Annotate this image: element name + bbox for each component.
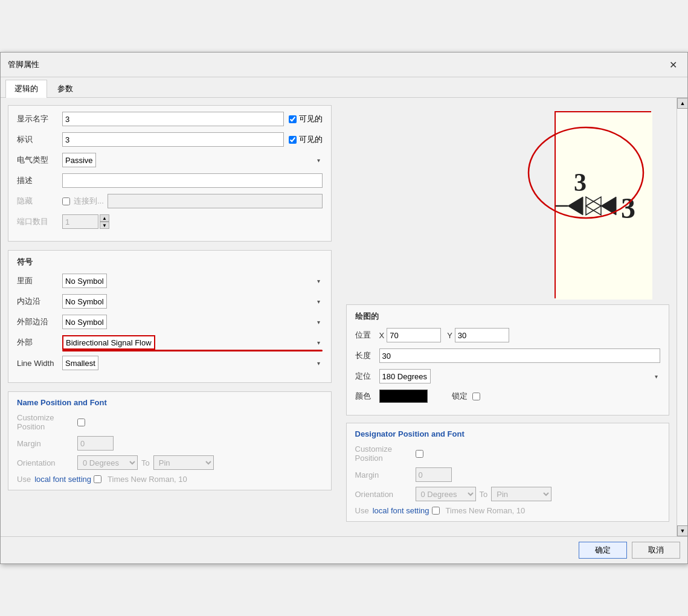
scroll-track[interactable] (677, 109, 687, 525)
outside-label: 外部 (17, 337, 62, 348)
outer-edge-arrow: ▾ (317, 319, 320, 326)
svg-text:3: 3 (574, 168, 587, 196)
preview-svg: 3 3 (556, 112, 652, 300)
electrical-type-arrow: ▾ (317, 157, 320, 164)
left-panel: 显示名字 可见的 标识 可见的 (1, 98, 339, 536)
des-use-local-row: Use local font setting Times New Roman, … (355, 506, 661, 515)
tab-parameters[interactable]: 参数 (48, 80, 82, 97)
drawing-section-title: 绘图的 (355, 311, 661, 322)
connect-label: 连接到... (74, 196, 104, 207)
description-input[interactable] (62, 173, 323, 188)
dialog-footer: 确定 取消 (1, 536, 687, 563)
orientation-select[interactable]: 180 Degrees 0 Degrees 90 Degrees 270 Deg… (379, 369, 431, 383)
orientation-arrow: ▾ (655, 373, 658, 380)
name-use-local-row: Use local font setting Times New Roman, … (17, 475, 323, 484)
tab-bar: 逻辑的 参数 (1, 77, 687, 98)
designator-position-section: Designator Position and Font Customize P… (346, 423, 670, 522)
description-label: 描述 (17, 175, 62, 186)
orientation-label: 定位 (355, 371, 379, 382)
inside-label: 里面 (17, 275, 62, 286)
symbol-section: 符号 里面 No Symbol Dot ▾ 内边沿 (8, 250, 332, 383)
inner-edge-label: 内边沿 (17, 296, 62, 307)
display-name-visible-checkbox[interactable] (289, 115, 297, 123)
dialog-title: 管脚属性 (8, 59, 39, 70)
outer-edge-label: 外部边沿 (17, 316, 62, 327)
id-visible-label: 可见的 (299, 134, 323, 145)
dialog-window: 管脚属性 ✕ 逻辑的 参数 显示名字 可见的 (0, 52, 688, 564)
name-to-label: To (141, 458, 150, 467)
lock-checkbox[interactable] (472, 393, 480, 400)
connect-input (108, 194, 323, 208)
name-orientation-label: Orientation (17, 458, 77, 467)
inner-edge-select[interactable]: No Symbol Dot (62, 294, 107, 309)
name-position-section: Name Position and Font Customize Positio… (8, 391, 332, 490)
name-local-font-link[interactable]: local font setting (34, 475, 91, 484)
orientation-row: 定位 180 Degrees 0 Degrees 90 Degrees 270 … (355, 369, 661, 383)
line-width-select[interactable]: Smallest Small Medium Large (62, 356, 98, 370)
name-customize-checkbox[interactable] (77, 419, 85, 426)
line-width-label: Line Width (17, 359, 62, 368)
lock-label: 锁定 (452, 391, 468, 402)
name-position-title: Name Position and Font (17, 398, 323, 407)
des-customize-label: Customize Position (355, 444, 416, 463)
inner-edge-arrow: ▾ (317, 298, 320, 305)
y-label: Y (447, 331, 452, 340)
preview-canvas: 3 3 (555, 111, 651, 298)
name-local-checkbox[interactable] (94, 475, 101, 483)
des-customize-checkbox[interactable] (416, 450, 423, 458)
des-orientation-label: Orientation (355, 490, 416, 499)
color-swatch[interactable] (379, 390, 428, 403)
electrical-type-label: 电气类型 (17, 155, 62, 165)
tab-logical[interactable]: 逻辑的 (5, 80, 47, 98)
id-visible-group: 可见的 (289, 134, 323, 145)
scroll-down-button[interactable]: ▼ (677, 525, 687, 536)
des-local-checkbox[interactable] (432, 507, 440, 515)
display-name-visible-group: 可见的 (289, 114, 323, 124)
electrical-type-row: 电气类型 Passive Input IO Output ▾ (17, 153, 323, 167)
id-row: 标识 可见的 (17, 132, 323, 147)
des-local-font-link[interactable]: local font setting (373, 506, 429, 515)
inside-row: 里面 No Symbol Dot ▾ (17, 274, 323, 288)
inside-select-wrapper: No Symbol Dot ▾ (62, 274, 323, 288)
outside-arrow: ▾ (317, 339, 320, 346)
x-input[interactable] (387, 328, 441, 342)
hidden-label: 隐藏 (17, 196, 62, 207)
des-font-text: Times New Roman, 10 (446, 506, 526, 515)
id-visible-checkbox[interactable] (289, 136, 297, 144)
dialog-body: 显示名字 可见的 标识 可见的 (1, 98, 687, 536)
cancel-button[interactable]: 取消 (632, 542, 680, 559)
id-input[interactable] (62, 132, 284, 147)
position-row: 位置 X Y (355, 328, 661, 342)
inside-select[interactable]: No Symbol Dot (62, 274, 107, 288)
scroll-up-button[interactable]: ▲ (677, 98, 687, 109)
y-input[interactable] (455, 328, 509, 342)
ok-button[interactable]: 确定 (579, 542, 627, 559)
outside-row: 外部 Bidirectional Signal Flow No Symbol R… (17, 335, 323, 350)
outer-edge-select-wrapper: No Symbol Dot ▾ (62, 315, 323, 329)
length-input[interactable] (379, 348, 661, 363)
red-underline-decoration (62, 350, 323, 351)
close-button[interactable]: ✕ (666, 57, 680, 72)
des-customize-row: Customize Position (355, 444, 661, 463)
name-font-text: Times New Roman, 10 (108, 475, 187, 484)
des-use-label: Use (355, 506, 369, 515)
des-to-label: To (480, 490, 488, 499)
length-row: 长度 (355, 348, 661, 363)
drawing-section: 绘图的 位置 X Y 长度 定位 (346, 304, 670, 415)
display-name-row: 显示名字 可见的 (17, 112, 323, 126)
spinner-down-button[interactable]: ▼ (100, 222, 109, 229)
port-count-label: 端口数目 (17, 216, 62, 227)
spinner-up-button[interactable]: ▲ (100, 214, 109, 222)
port-count-row: 端口数目 ▲ ▼ (17, 214, 323, 229)
outer-edge-select[interactable]: No Symbol Dot (62, 315, 107, 329)
display-name-input[interactable] (62, 112, 284, 126)
des-orientation-select: 0 Degrees (416, 487, 476, 501)
outside-select[interactable]: Bidirectional Signal Flow No Symbol Righ… (62, 335, 155, 350)
electrical-type-select[interactable]: Passive Input IO Output (62, 153, 96, 167)
name-customize-label: Customize Position (17, 413, 77, 431)
display-name-visible-label: 可见的 (299, 114, 323, 124)
position-label: 位置 (355, 330, 379, 341)
hidden-checkbox[interactable] (62, 197, 70, 205)
port-count-input (62, 214, 98, 229)
orientation-select-wrapper: 180 Degrees 0 Degrees 90 Degrees 270 Deg… (379, 369, 661, 383)
